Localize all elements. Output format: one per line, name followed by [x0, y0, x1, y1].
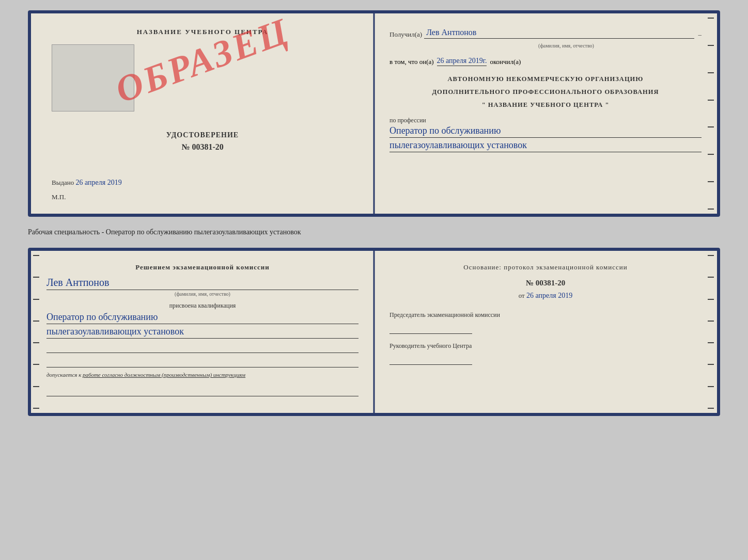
- from-date-line: от 26 апреля 2019: [389, 292, 702, 300]
- vydano-label: Выдано: [52, 179, 74, 186]
- mp-line: М.П.: [52, 193, 359, 201]
- cert-number: № 00381-20: [46, 142, 359, 152]
- bottom-right-panel: Основание: протокол экзаменационной коми…: [374, 251, 717, 413]
- recipient-name: Лев Антпонов: [424, 28, 694, 39]
- poluchil-label: Получил(a): [389, 30, 422, 39]
- profession-line2: пылегазоулавливающих установок: [389, 140, 702, 152]
- obrazec-stamp: ОБРАЗЕЦ: [110, 10, 295, 112]
- qualification-line2: пылегазоулавливающих установок: [46, 326, 359, 339]
- center-head-signature-line: [389, 353, 472, 365]
- bottom-document-spread: Решением экзаменационной комиссии Лев Ан…: [28, 248, 720, 416]
- blank-line3: [46, 386, 359, 396]
- stamp-area: УДОСТОВЕРЕНИЕ № 00381-20 ОБРАЗЕЦ: [46, 44, 359, 158]
- org-quote: " НАЗВАНИЕ УЧЕБНОГО ЦЕНТРА ": [389, 100, 702, 110]
- top-left-header: НАЗВАНИЕ УЧЕБНОГО ЦЕНТРА: [46, 28, 359, 36]
- center-head-label: Руководитель учебного Центра: [389, 341, 702, 350]
- bottom-fio-subtext: (фамилия, имя, отчество): [46, 291, 359, 297]
- dopuskaetsya-text: допускается к работе согласно должностны…: [46, 372, 359, 378]
- spine-marks-top-right: [706, 13, 717, 214]
- spine-marks-bottom-left: [31, 251, 42, 413]
- cert-title: УДОСТОВЕРЕНИЕ: [46, 131, 359, 139]
- vydano-date: 26 апреля 2019: [76, 179, 122, 186]
- center-head-section: Руководитель учебного Центра: [389, 341, 702, 365]
- between-label: Рабочая специальность - Оператор по обсл…: [28, 226, 720, 238]
- okonchil-label: окончил(а): [490, 58, 521, 66]
- top-left-panel: НАЗВАНИЕ УЧЕБНОГО ЦЕНТРА УДОСТОВЕРЕНИЕ №…: [31, 13, 374, 214]
- blank-line1: [46, 343, 359, 353]
- fio-subtext-top: (фамилия, имя, отчество): [431, 43, 702, 49]
- dash1: –: [698, 30, 702, 39]
- org-line1: АВТОНОМНУЮ НЕКОММЕРЧЕСКУЮ ОРГАНИЗАЦИЮ: [389, 74, 702, 84]
- photo-placeholder: [52, 44, 134, 111]
- chairman-signature-line: [389, 322, 472, 334]
- bottom-left-title: Решением экзаменационной комиссии: [46, 263, 359, 271]
- vydano-line: Выдано 26 апреля 2019: [52, 179, 359, 187]
- vtom-date: 26 апреля 2019г.: [437, 57, 487, 66]
- cert-label-area: УДОСТОВЕРЕНИЕ № 00381-20: [46, 131, 359, 158]
- profession-label: по профессии: [389, 117, 702, 124]
- top-document-spread: НАЗВАНИЕ УЧЕБНОГО ЦЕНТРА УДОСТОВЕРЕНИЕ №…: [28, 10, 720, 217]
- qualification-line1: Оператор по обслуживанию: [46, 312, 359, 324]
- vtom-prefix: в том, что он(а): [389, 58, 434, 66]
- protocol-number: № 00381-20: [389, 279, 702, 287]
- chairman-label: Председатель экзаменационной комиссии: [389, 310, 702, 319]
- chairman-section: Председатель экзаменационной комиссии: [389, 310, 702, 334]
- osnovanie-title: Основание: протокол экзаменационной коми…: [389, 263, 702, 271]
- bottom-name: Лев Антпонов: [46, 277, 359, 290]
- bottom-left-panel: Решением экзаменационной комиссии Лев Ан…: [31, 251, 374, 413]
- top-right-panel: Получил(a) Лев Антпонов – (фамилия, имя,…: [374, 13, 717, 214]
- from-prefix: от: [519, 292, 525, 299]
- vtom-line: в том, что он(а) 26 апреля 2019г. окончи…: [389, 57, 702, 66]
- spine-marks-bottom-right: [706, 251, 717, 413]
- dopuskaetsya-value: работе согласно должностным (производств…: [83, 372, 245, 378]
- from-date-value: 26 апреля 2019: [526, 292, 572, 299]
- dopuskaetsya-prefix: допускается к: [46, 372, 81, 378]
- profession-line1: Оператор по обслуживанию: [389, 125, 702, 138]
- assigned-label: присвоена квалификация: [46, 302, 359, 310]
- org-line2: ДОПОЛНИТЕЛЬНОГО ПРОФЕССИОНАЛЬНОГО ОБРАЗО…: [389, 87, 702, 97]
- poluchil-line: Получил(a) Лев Антпонов –: [389, 28, 702, 39]
- blank-line2: [46, 357, 359, 367]
